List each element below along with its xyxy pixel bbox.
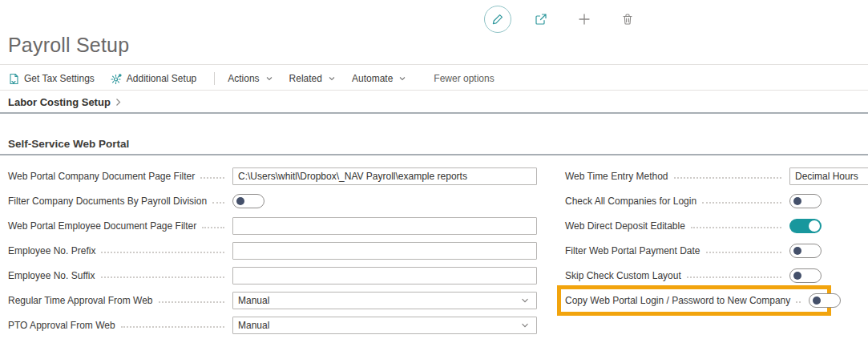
chevron-right-icon — [114, 98, 123, 107]
web-time-entry-method-input[interactable] — [789, 167, 868, 185]
dotted-leader — [121, 326, 224, 328]
field-label: Filter Company Documents By Payroll Divi… — [8, 196, 207, 207]
field-label: Web Portal Company Document Page Filter — [8, 171, 195, 182]
field-label: PTO Approval From Web — [8, 320, 115, 331]
field-label: Web Direct Deposit Editable — [565, 220, 685, 232]
field-label: Check All Companies for Login — [565, 196, 696, 207]
skip-check-custom-layout-toggle[interactable] — [789, 268, 822, 283]
plus-icon — [578, 13, 591, 26]
pencil-icon — [491, 13, 504, 26]
highlight-annotation-box: Copy Web Portal Login / Password to New … — [557, 285, 831, 316]
dotted-leader — [212, 202, 224, 204]
delete-button[interactable] — [614, 6, 641, 33]
divider-under-section — [0, 154, 868, 155]
chevron-down-icon — [265, 75, 273, 83]
chevron-down-icon — [398, 75, 406, 83]
fewer-options-label: Fewer options — [434, 73, 494, 84]
employee-no-suffix-input[interactable] — [232, 267, 537, 284]
dotted-leader — [200, 177, 224, 179]
additional-setup-button[interactable]: Additional Setup — [111, 73, 196, 85]
divider-under-actionbar — [0, 90, 868, 91]
share-icon — [534, 12, 548, 26]
action-bar: Get Tax Settings Additional Setup Action… — [8, 67, 511, 90]
gear-icon — [111, 73, 123, 85]
field-label: Web Portal Employee Document Page Filter — [8, 220, 196, 232]
labor-costing-setup-label: Labor Costing Setup — [8, 96, 111, 108]
edit-button[interactable] — [484, 6, 511, 33]
field-row: Skip Check Custom Layout — [565, 263, 868, 288]
fewer-options-button[interactable]: Fewer options — [434, 73, 494, 84]
toggle-knob — [793, 197, 801, 205]
field-row: Employee No. Prefix — [8, 238, 537, 263]
action-bar-separator — [214, 72, 215, 85]
divider-group — [0, 112, 868, 114]
toggle-knob — [813, 297, 821, 305]
web-direct-deposit-editable-toggle[interactable] — [789, 219, 822, 233]
payroll-setup-page: Payroll Setup Get Tax Settings Additiona… — [0, 0, 868, 347]
field-label: Employee No. Suffix — [8, 270, 95, 281]
field-row-highlighted: Copy Web Portal Login / Password to New … — [565, 288, 868, 313]
field-label: Copy Web Portal Login / Password to New … — [565, 295, 790, 306]
dotted-leader — [687, 276, 781, 278]
web-portal-company-document-page-filter-input[interactable] — [232, 167, 537, 185]
filter-web-portal-payment-date-toggle[interactable] — [789, 244, 822, 258]
new-button[interactable] — [571, 6, 598, 33]
field-row: Regular Time Approval From Web Manual — [8, 288, 537, 313]
chevron-down-icon — [328, 75, 336, 83]
toggle-knob — [793, 272, 801, 280]
share-button[interactable] — [527, 6, 555, 33]
pto-approval-select[interactable]: Manual — [232, 317, 537, 334]
dotted-leader — [101, 276, 225, 278]
chevron-down-icon — [520, 296, 530, 305]
get-tax-settings-button[interactable]: Get Tax Settings — [8, 73, 95, 85]
related-menu[interactable]: Related — [289, 73, 336, 84]
dotted-leader — [202, 227, 224, 228]
dotted-leader — [674, 177, 782, 179]
toggle-knob — [809, 220, 820, 232]
employee-no-prefix-input[interactable] — [232, 242, 537, 260]
section-title: Self-Service Web Portal — [8, 138, 129, 150]
form-left-column: Web Portal Company Document Page Filter … — [8, 163, 537, 337]
selected-value: Manual — [238, 295, 269, 306]
filter-company-documents-toggle[interactable] — [232, 194, 264, 208]
dotted-leader — [796, 301, 801, 303]
field-label: Web Time Entry Method — [565, 171, 668, 182]
dotted-leader — [706, 252, 781, 253]
field-row: Employee No. Suffix — [8, 263, 537, 288]
automate-label: Automate — [352, 73, 393, 84]
dotted-leader — [691, 227, 781, 228]
toggle-knob — [236, 197, 244, 205]
copy-web-portal-login-toggle[interactable] — [809, 293, 841, 308]
self-service-web-portal-form: Web Portal Company Document Page Filter … — [8, 163, 868, 337]
field-label: Employee No. Prefix — [8, 245, 95, 256]
field-label: Filter Web Portal Payment Date — [565, 245, 700, 256]
field-row: Web Portal Company Document Page Filter — [8, 163, 537, 188]
form-right-column: Web Time Entry Method Check All Companie… — [565, 163, 868, 337]
toggle-knob — [793, 247, 801, 255]
chevron-down-icon — [520, 321, 530, 330]
regular-time-approval-select[interactable]: Manual — [232, 292, 537, 309]
top-toolbar — [484, 6, 641, 33]
related-label: Related — [289, 73, 322, 84]
divider-under-title — [0, 64, 868, 65]
web-portal-employee-document-page-filter-input[interactable] — [232, 217, 537, 235]
additional-setup-label: Additional Setup — [127, 73, 196, 84]
field-label: Skip Check Custom Layout — [565, 270, 681, 281]
field-row: Filter Web Portal Payment Date — [565, 238, 868, 263]
field-label: Regular Time Approval From Web — [8, 295, 153, 306]
dotted-leader — [101, 252, 224, 253]
actions-label: Actions — [228, 73, 259, 84]
actions-menu[interactable]: Actions — [228, 73, 273, 84]
field-row: Web Portal Employee Document Page Filter — [8, 213, 537, 238]
check-all-companies-toggle[interactable] — [789, 194, 822, 208]
dotted-leader — [159, 301, 224, 303]
field-row: Web Direct Deposit Editable — [565, 213, 868, 238]
automate-menu[interactable]: Automate — [352, 73, 406, 84]
document-arrow-icon — [8, 73, 20, 85]
field-row: Filter Company Documents By Payroll Divi… — [8, 188, 537, 213]
selected-value: Manual — [238, 320, 269, 331]
field-row: PTO Approval From Web Manual — [8, 313, 537, 337]
labor-costing-setup-link[interactable]: Labor Costing Setup — [8, 93, 123, 111]
field-row: Check All Companies for Login — [565, 188, 868, 213]
get-tax-settings-label: Get Tax Settings — [24, 73, 95, 84]
